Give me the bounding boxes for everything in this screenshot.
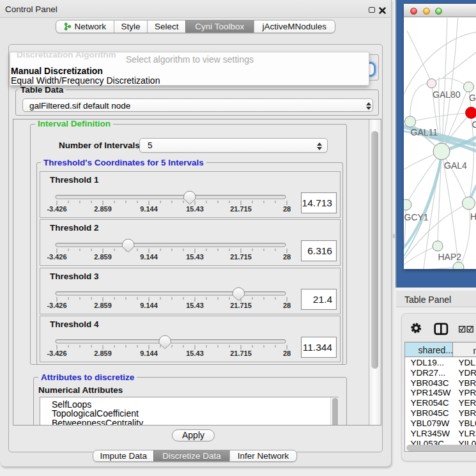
svg-text:H: H: [470, 211, 476, 221]
svg-text:2.859: 2.859: [94, 205, 112, 213]
svg-text:21.715: 21.715: [230, 253, 252, 261]
svg-text:28: 28: [283, 205, 291, 213]
svg-text:2.859: 2.859: [94, 302, 112, 309]
svg-text:HAP2: HAP2: [438, 252, 461, 262]
svg-text:9.144: 9.144: [140, 205, 158, 213]
svg-text:15.43: 15.43: [186, 253, 204, 261]
svg-text:-3.426: -3.426: [47, 253, 66, 261]
svg-text:GAL4: GAL4: [444, 160, 467, 170]
svg-text:-3.426: -3.426: [47, 349, 66, 357]
svg-text:2.859: 2.859: [94, 253, 112, 261]
svg-text:9.144: 9.144: [140, 253, 158, 261]
svg-text:28: 28: [283, 349, 291, 357]
svg-text:9.144: 9.144: [140, 349, 158, 357]
svg-text:15.43: 15.43: [186, 205, 204, 213]
svg-text:21.715: 21.715: [230, 349, 252, 357]
svg-text:GA: GA: [469, 92, 476, 102]
svg-text:2.859: 2.859: [94, 349, 112, 357]
svg-text:9.144: 9.144: [140, 302, 158, 309]
svg-text:GAL11: GAL11: [410, 127, 438, 137]
svg-text:GAL80: GAL80: [433, 89, 461, 99]
svg-text:GCY1: GCY1: [404, 212, 428, 222]
svg-text:21.715: 21.715: [230, 302, 252, 309]
svg-text:15.43: 15.43: [186, 349, 204, 357]
svg-text:-3.426: -3.426: [47, 302, 66, 309]
svg-text:15.43: 15.43: [186, 302, 204, 309]
svg-text:28: 28: [283, 253, 291, 261]
svg-text:28: 28: [283, 302, 291, 309]
svg-text:-3.426: -3.426: [47, 205, 66, 213]
svg-text:21.715: 21.715: [230, 205, 252, 213]
svg-text:C: C: [472, 119, 476, 129]
